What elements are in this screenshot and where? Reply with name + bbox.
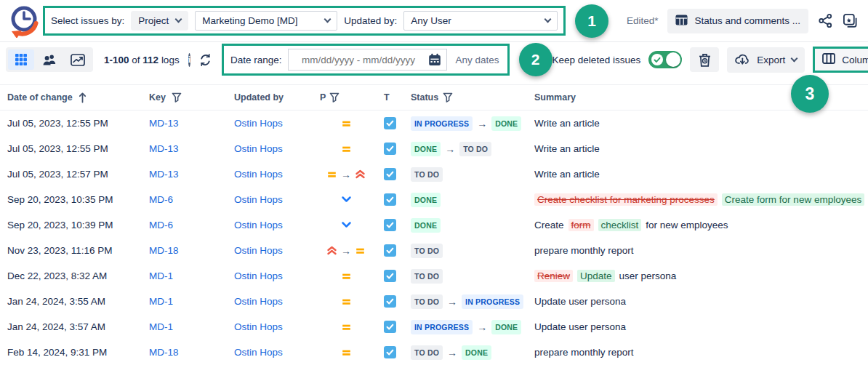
cell-updated-by: Ostin Hops [234,296,320,307]
status-badge-in-progress: IN PROGRESS [411,116,473,131]
issue-key-link[interactable]: MD-1 [149,296,173,307]
cell-type [384,295,411,308]
trash-icon[interactable] [690,47,719,72]
share-icon[interactable] [818,13,833,28]
cell-date-of-change: Jul 05, 2023, 12:55 PM [7,143,149,154]
issue-key-link[interactable]: MD-18 [149,347,179,358]
priority-medium-icon [341,119,352,128]
cell-key: MD-1 [149,270,234,281]
date-preset-dropdown[interactable]: Any dates [453,55,507,65]
info-icon[interactable]: i [188,53,190,67]
date-range-group: Date range: Any dates [222,44,510,76]
cell-date-of-change: Sep 20, 2023, 10:35 PM [7,194,149,205]
column-label: T [384,92,390,103]
issue-key-link[interactable]: MD-18 [149,245,179,256]
table-row: Sep 20, 2023, 10:35 PMMD-6Ostin HopsDONE… [0,187,868,212]
issue-key-link[interactable]: MD-6 [149,194,173,205]
column-header-date-of-change[interactable]: Date of change [7,92,149,103]
issue-key-link[interactable]: MD-13 [149,118,179,129]
logs-range: 1-100 [104,55,129,65]
user-link[interactable]: Ostin Hops [234,118,283,129]
summary-segment-removed: form [568,219,594,231]
table-row: Dec 22, 2023, 8:32 AMMD-1Ostin HopsTO DO… [0,263,868,289]
saved-reports-icon[interactable] [843,13,858,28]
cell-priority [320,221,384,229]
callout-badge-3: 3 [791,75,829,113]
cell-status: TO DO [411,167,534,182]
cell-type [384,346,411,358]
cell-priority: → [320,246,384,256]
project-dropdown[interactable]: Marketing Demo [MD] [195,11,337,31]
cell-status: IN PROGRESS→DONE [411,116,534,131]
issue-key-link[interactable]: MD-6 [149,220,173,230]
cell-date-of-change: Feb 14, 2024, 9:31 PM [7,347,149,358]
task-type-icon [384,193,396,206]
cell-date-of-change: Jul 05, 2023, 12:57 PM [7,169,149,180]
issue-key-link[interactable]: MD-13 [149,143,179,154]
user-link[interactable]: Ostin Hops [234,169,283,180]
status-badge-to-do: TO DO [411,269,443,284]
cell-updated-by: Ostin Hops [234,143,320,154]
edited-label: Edited* [627,15,659,26]
summary-segment-added: Update [577,270,615,282]
user-link[interactable]: Ostin Hops [234,220,283,230]
issue-key-link[interactable]: MD-1 [149,270,173,281]
select-mode-dropdown[interactable]: Project [131,11,188,31]
export-button[interactable]: Export [727,47,805,73]
column-header-key[interactable]: Key [149,92,234,103]
sort-up-icon[interactable] [79,92,87,103]
column-label: Summary [534,92,576,103]
chart-view-tab[interactable] [65,49,91,70]
user-link[interactable]: Ostin Hops [234,194,283,205]
table-view-tab[interactable] [8,49,34,70]
cell-key: MD-18 [149,245,234,256]
filter-icon[interactable] [329,92,339,103]
cell-date-of-change: Nov 23, 2023, 11:16 PM [7,245,149,256]
columns-button[interactable]: Columns [813,47,868,73]
column-header-p[interactable]: P [320,92,384,103]
priority-low-icon [341,221,352,229]
column-header-status[interactable]: Status [411,92,534,103]
filter-icon[interactable] [443,92,453,103]
cell-type [384,168,411,180]
status-badge-done: DONE [411,193,441,207]
columns-icon [822,53,835,66]
user-link[interactable]: Ostin Hops [234,347,283,358]
summary-segment-plain: Write an article [534,169,600,180]
logs-unit: logs [161,55,180,65]
date-range-label: Date range: [230,55,282,65]
table-header-row: Date of changeKeyUpdated byPTStatusSumma… [0,84,868,111]
date-range-input[interactable] [294,55,424,65]
user-link[interactable]: Ostin Hops [234,245,283,256]
keep-deleted-issues-toggle[interactable] [648,51,682,68]
summary-segment-plain: Write an article [534,143,600,154]
updated-by-user-dropdown[interactable]: Any User [403,11,558,31]
cell-key: MD-18 [149,347,234,358]
user-link[interactable]: Ostin Hops [234,143,283,154]
task-type-icon [384,270,396,282]
refresh-icon[interactable] [198,53,212,67]
user-link[interactable]: Ostin Hops [234,296,283,307]
priority-medium-icon [341,297,352,306]
trend-chart-icon [71,54,85,66]
cell-priority [320,196,384,204]
issue-key-link[interactable]: MD-13 [149,169,179,180]
filter-icon[interactable] [172,92,182,103]
priority-high-icon [326,246,337,255]
table-body: Jul 05, 2023, 12:55 PMMD-13Ostin HopsIN … [0,111,868,365]
top-bar: Select issues by: Project Marketing Demo… [0,0,868,41]
issue-key-link[interactable]: MD-1 [149,321,173,332]
cell-updated-by: Ostin Hops [234,321,320,332]
saved-view-select-button[interactable]: Status and comments ... [667,9,808,33]
user-link[interactable]: Ostin Hops [234,321,283,332]
user-link[interactable]: Ostin Hops [234,270,283,281]
users-view-tab[interactable] [36,49,63,70]
calendar-icon[interactable] [428,53,441,66]
priority-medium-icon [341,348,352,357]
column-label: Date of change [7,92,73,103]
cell-type [384,219,411,231]
cell-type [384,270,411,282]
transition-arrow-icon: → [477,119,487,129]
app-logo-clock-icon [6,4,39,38]
cell-priority [320,272,384,281]
